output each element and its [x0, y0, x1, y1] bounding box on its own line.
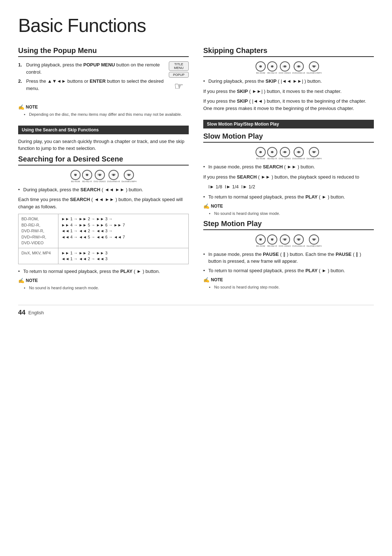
step-bullets: In pause mode, press the PAUSE ( ‖ ) but…	[203, 251, 374, 274]
search-scene-title: Searching for a Desired Scene	[18, 155, 189, 165]
slow-bullets: In pause mode, press the SEARCH ( ►► ) b…	[203, 163, 374, 171]
slow-motion-title: Slow Motion Play	[203, 132, 374, 143]
step-disc-divx: DivX DivX/MKV/MP4	[307, 234, 322, 247]
slow-disc-dvdrw: DVD DVD±RW/+R	[292, 147, 305, 160]
note-item: Depending on the disc, the menu items ma…	[24, 111, 189, 118]
slow-sub-1: If you press the SEARCH ( ►► ) button, t…	[203, 173, 374, 181]
speed-values-1: ►► 1 → ►► 2 → ►► 3 → ►► 4 → ►► 5 → ►► 6 …	[58, 214, 189, 248]
step-2: 2. Press the ▲▼◄► buttons or ENTER butto…	[18, 78, 189, 92]
disc-divx: DivX DivX/MKV/MP4	[122, 170, 136, 183]
step-disc-icons: BD BD-ROM BD BD-RE/-R DVD DVD-VIDEO DVD …	[203, 234, 374, 247]
disc-bdrom: BD BD-ROM	[70, 170, 81, 183]
speed-row-2: DivX, MKV, MP4 ►► 1 → ►► 2 → ►► 3 ◄◄ 1 →…	[19, 248, 189, 264]
search-skip-desc: During play, you can search quickly thro…	[18, 138, 189, 152]
search-note-header: ✍ NOTE	[18, 278, 189, 283]
slow-disc-divx: DivX DivX/MKV/MP4	[307, 147, 322, 160]
speed-label-1: BD-ROM,BD-RE/-R,DVD-RW/-R,DVD+RW/+R,DVD-…	[19, 214, 58, 248]
note-icon-step: ✍	[203, 277, 209, 283]
main-content: Using the Popup Menu TITLE MENU POPUP ☞ …	[18, 46, 374, 294]
skip-bullets: During playback, press the SKIP ( |◄◄ ►►…	[203, 78, 374, 85]
note-icon-search: ✍	[18, 278, 24, 283]
slow-disc-bdrom: BD BD-ROM	[256, 147, 266, 160]
slow-disc-dvdvideo: DVD DVD-VIDEO	[279, 147, 291, 160]
slow-step-bar: Slow Motion Play/Step Motion Play	[203, 120, 374, 128]
popup-menu-content: TITLE MENU POPUP ☞ 1. During playback, p…	[18, 61, 189, 101]
step-bullet-2: To return to normal speed playback, pres…	[203, 267, 374, 274]
skip-disc-bdrom: BD BD-ROM	[256, 61, 266, 74]
speed-row-1: BD-ROM,BD-RE/-R,DVD-RW/-R,DVD+RW/+R,DVD-…	[19, 214, 189, 248]
page-number: 44	[18, 309, 25, 316]
slow-disc-bdrer: BD BD-RE/-R	[267, 147, 277, 160]
search-bullet-2: To return to normal speed playback, pres…	[18, 268, 189, 275]
slow-bullets2: To return to normal speed playback, pres…	[203, 193, 374, 201]
skip-disc-icons: BD BD-ROM BD BD-RE/-R DVD DVD-VIDEO DVD …	[203, 61, 374, 74]
skip-sub-2: If you press the SKIP ( |◄◄ ) button, it…	[203, 98, 374, 112]
step-1: 1. During playback, press the POPUP MENU…	[18, 61, 189, 75]
search-bullet-1: During playback, press the SEARCH ( ◄◄ ►…	[18, 186, 189, 193]
slow-note-header: ✍ NOTE	[203, 203, 374, 209]
search-bullets2: To return to normal speed playback, pres…	[18, 268, 189, 275]
step-note: ✍ NOTE No sound is heard during step mod…	[203, 277, 374, 290]
popup-note-list: Depending on the disc, the menu items ma…	[18, 111, 189, 118]
step-note-item: No sound is heard during step mode.	[209, 284, 374, 290]
search-sub-text: Each time you press the SEARCH ( ◄◄ ►► )…	[18, 196, 189, 210]
skip-bullet-1: During playback, press the SKIP ( |◄◄ ►►…	[203, 78, 374, 85]
search-disc-icons: BD BD-ROM BD BD-RE/-R DVD DVD-VIDEO DVD …	[18, 170, 189, 183]
popup-note: ✍ NOTE Depending on the disc, the menu i…	[18, 104, 189, 118]
slow-bullet-2: To return to normal speed playback, pres…	[203, 193, 374, 201]
slow-note-item: No sound is heard during slow mode.	[209, 210, 374, 217]
skip-disc-dvdvideo: DVD DVD-VIDEO	[279, 61, 291, 74]
search-note-list: No sound is heard during search mode.	[18, 285, 189, 291]
step-disc-dvdrw: DVD DVD±RW/+R	[292, 234, 305, 247]
page-language: English	[28, 310, 44, 315]
step-disc-dvdvideo: DVD DVD-VIDEO	[279, 234, 291, 247]
skip-disc-bdrer: BD BD-RE/-R	[267, 61, 277, 74]
speed-table: BD-ROM,BD-RE/-R,DVD-RW/-R,DVD+RW/+R,DVD-…	[18, 214, 189, 264]
search-note: ✍ NOTE No sound is heard during search m…	[18, 278, 189, 291]
page-footer: 44 English	[18, 305, 374, 316]
search-note-item: No sound is heard during search mode.	[24, 285, 189, 291]
search-bullets: During playback, press the SEARCH ( ◄◄ ►…	[18, 186, 189, 193]
speed-values-2: ►► 1 → ►► 2 → ►► 3 ◄◄ 1 → ◄◄ 2 → ◄◄ 3	[58, 248, 189, 264]
skip-disc-divx: DivX DivX/MKV/MP4	[307, 61, 322, 74]
slow-bullet-1: In pause mode, press the SEARCH ( ►► ) b…	[203, 163, 374, 171]
popup-menu-title: Using the Popup Menu	[18, 46, 189, 57]
disc-bdrer: BD BD-RE/-R	[82, 170, 92, 183]
disc-dvdvideo: DVD DVD-VIDEO	[94, 170, 106, 183]
slow-speeds: I► 1/8 I► 1/4 I► 1/2	[203, 183, 374, 191]
left-column: Using the Popup Menu TITLE MENU POPUP ☞ …	[18, 46, 189, 294]
step-note-header: ✍ NOTE	[203, 277, 374, 283]
skip-disc-dvdrw: DVD DVD±RW/+R	[292, 61, 305, 74]
skip-sub-1: If you press the SKIP ( ►►| ) button, it…	[203, 88, 374, 95]
step-motion-title: Step Motion Play	[203, 220, 374, 230]
note-icon: ✍	[18, 104, 24, 110]
popup-steps: 1. During playback, press the POPUP MENU…	[18, 61, 189, 92]
slow-disc-icons: BD BD-ROM BD BD-RE/-R DVD DVD-VIDEO DVD …	[203, 147, 374, 160]
note-header: ✍ NOTE	[18, 104, 189, 110]
step-note-list: No sound is heard during step mode.	[203, 284, 374, 290]
slow-note-list: No sound is heard during slow mode.	[203, 210, 374, 217]
search-skip-bar: Using the Search and Skip Functions	[18, 126, 189, 134]
step-disc-bdrer: BD BD-RE/-R	[267, 234, 277, 247]
skip-chapters-title: Skipping Chapters	[203, 46, 374, 57]
speed-label-2: DivX, MKV, MP4	[19, 248, 58, 264]
slow-note: ✍ NOTE No sound is heard during slow mod…	[203, 203, 374, 217]
step-disc-bdrom: BD BD-ROM	[256, 234, 266, 247]
note-icon-slow: ✍	[203, 203, 209, 209]
disc-dvdrw: DVD DVD±RW/+R	[107, 170, 120, 183]
right-column: Skipping Chapters BD BD-ROM BD BD-RE/-R …	[203, 46, 374, 294]
page-title: Basic Functions	[18, 15, 374, 36]
step-bullet-1: In pause mode, press the PAUSE ( ‖ ) but…	[203, 251, 374, 265]
